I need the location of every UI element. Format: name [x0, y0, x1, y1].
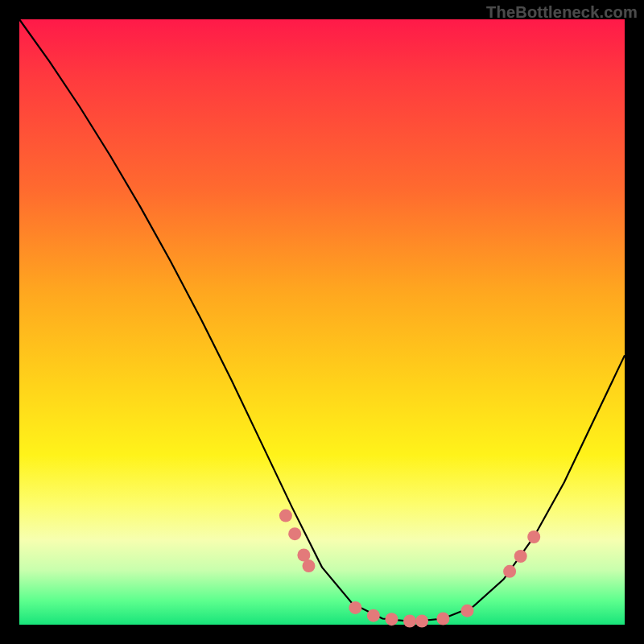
curve-markers [279, 510, 540, 628]
watermark-text: TheBottleneck.com [486, 3, 638, 22]
chart-frame: TheBottleneck.com [0, 0, 644, 644]
marker-dot [386, 613, 398, 625]
marker-dot [436, 613, 449, 625]
chart-svg [19, 19, 625, 625]
marker-dot [303, 559, 316, 572]
marker-dot [279, 510, 292, 522]
marker-dot [527, 530, 540, 543]
marker-dot [288, 527, 301, 540]
marker-dot [461, 605, 474, 617]
marker-dot [403, 615, 416, 628]
plot-area [19, 19, 625, 625]
marker-dot [415, 615, 428, 628]
marker-dot [297, 549, 310, 562]
marker-dot [349, 601, 361, 614]
marker-dot [367, 609, 380, 622]
marker-dot [503, 565, 516, 578]
marker-dot [514, 550, 527, 563]
